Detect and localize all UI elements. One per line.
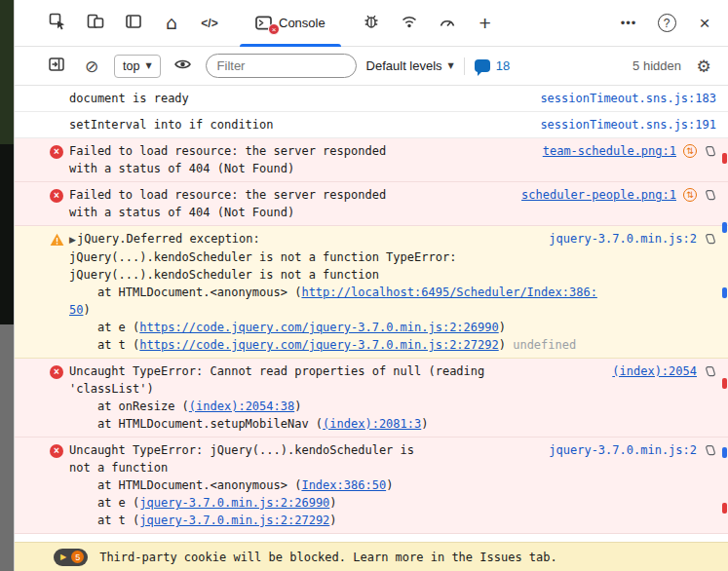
message-text: 'classList') <box>69 382 154 396</box>
message-text: at HTMLDocument.setupMobileNav ( <box>69 417 323 431</box>
stack-trace-link[interactable]: https://code.jquery.com/jquery-3.7.0.min… <box>139 338 498 352</box>
repeat-count: 5 <box>71 551 84 563</box>
stack-trace-link[interactable]: 50 <box>69 303 83 317</box>
clear-console-button[interactable]: ⊘ <box>79 54 104 79</box>
console-message-error: ×Failed to load resource: the server res… <box>15 138 728 182</box>
more-options-button[interactable]: ••• <box>615 10 642 37</box>
scrollbar-marker <box>722 222 727 233</box>
console-settings-button[interactable]: ⚙ <box>691 54 716 79</box>
console-sidebar-toggle[interactable] <box>44 54 69 79</box>
source-location-link[interactable]: sessionTimeout.sns.js:191 <box>540 116 716 133</box>
ellipsis-icon: ••• <box>621 16 637 30</box>
stack-trace-link[interactable]: jquery-3.7.0.min.js:2:26990 <box>139 496 329 510</box>
devtools-top-toolbar: ⌂ </> × Console <box>15 0 728 47</box>
message-line: with a status of 404 (Not Found) <box>69 160 716 177</box>
console-messages-list: document is readysessionTimeout.sns.js:1… <box>15 86 728 542</box>
scrollbar-marker-track[interactable] <box>722 0 727 571</box>
performance-tool-button[interactable] <box>434 10 461 37</box>
message-line: 50) <box>69 301 716 319</box>
panel-layout-icon <box>125 13 142 33</box>
console-message-log: setInterval into if conditionsessionTime… <box>15 112 728 138</box>
toolbar-divider <box>464 57 465 75</box>
message-text: at e ( <box>69 496 139 510</box>
javascript-context-selector[interactable]: top ▼ <box>114 55 161 78</box>
copilot-explain-icon[interactable] <box>704 444 716 457</box>
stack-trace-link[interactable]: (index):2081:3 <box>323 417 421 431</box>
muted-text: undefined <box>513 338 576 352</box>
repeated-message-badge[interactable]: ▶ 5 <box>54 549 88 566</box>
stack-trace-link[interactable]: http://localhost:6495/Scheduler/Index:38… <box>301 286 596 299</box>
elements-tab[interactable]: </> <box>196 10 223 37</box>
cookie-warning-text: Third-party cookie will be blocked. Lear… <box>99 551 557 564</box>
console-icon: × <box>255 16 272 30</box>
home-icon: ⌂ <box>166 14 177 32</box>
log-levels-label: Default levels <box>366 58 442 73</box>
message-text: Uncaught TypeError: jQuery(...).kendoSch… <box>69 443 414 457</box>
network-tool-button[interactable] <box>396 10 423 37</box>
message-text: at t ( <box>69 514 139 527</box>
console-message-error: ×Failed to load resource: the server res… <box>15 182 728 226</box>
copilot-explain-icon[interactable] <box>704 145 716 158</box>
message-text: not a function <box>69 461 168 475</box>
message-text: with a status of 404 (Not Found) <box>69 206 294 219</box>
message-text: ) <box>329 514 336 527</box>
more-tools-button[interactable]: + <box>472 10 499 37</box>
message-text: jQuery.Deferred exception: <box>77 232 260 246</box>
source-location-link[interactable]: jquery-3.7.0.min.js:2 <box>549 230 697 247</box>
source-location-link[interactable]: team-schedule.png:1 <box>543 142 676 160</box>
console-info-bar: ▶ 5 Third-party cookie will be blocked. … <box>15 542 728 571</box>
warning-icon <box>50 233 64 251</box>
stack-trace-link[interactable]: (index):2054:38 <box>189 400 294 413</box>
device-emulation-icon <box>87 13 104 33</box>
message-text: at onResize ( <box>69 400 189 413</box>
inspect-element-button[interactable] <box>44 10 71 37</box>
welcome-tab[interactable]: ⌂ <box>158 10 185 37</box>
message-text: jQuery(...).kendoScheduler is not a func… <box>69 250 456 264</box>
message-text: Failed to load resource: the server resp… <box>69 188 386 202</box>
plus-icon: + <box>479 12 491 35</box>
message-line: at t (https://code.jquery.com/jquery-3.7… <box>69 336 716 354</box>
scrollbar-marker <box>722 153 727 164</box>
live-expression-button[interactable] <box>171 54 196 79</box>
log-levels-dropdown[interactable]: Default levels ▼ <box>366 58 454 73</box>
copilot-explain-icon[interactable] <box>704 233 716 246</box>
console-tab[interactable]: × Console <box>234 0 347 47</box>
source-location-link[interactable]: scheduler-people.png:1 <box>521 186 676 204</box>
message-text: document is ready <box>69 92 189 105</box>
debug-tool-button[interactable] <box>358 10 385 37</box>
clear-console-icon: ⊘ <box>85 57 98 76</box>
message-text: Failed to load resource: the server resp… <box>69 144 386 158</box>
message-line: jQuery(...).kendoScheduler is not a func… <box>69 266 716 284</box>
copilot-explain-icon[interactable] <box>704 189 716 202</box>
console-sidebar-icon <box>48 56 65 76</box>
stack-trace-link[interactable]: Index:386:50 <box>301 478 386 492</box>
help-button[interactable]: ? <box>653 10 680 37</box>
message-text: ) <box>499 321 506 334</box>
request-initiator-icon[interactable]: ⇅ <box>683 188 697 202</box>
message-line: at t (jquery-3.7.0.min.js:2:27292) <box>69 512 716 529</box>
stack-trace-link[interactable]: jquery-3.7.0.min.js:2:27292 <box>139 514 329 527</box>
copilot-explain-icon[interactable] <box>704 365 716 378</box>
request-initiator-icon[interactable]: ⇅ <box>683 144 697 158</box>
message-line: jQuery(...).kendoScheduler is not a func… <box>69 248 716 266</box>
source-location-link[interactable]: (index):2054 <box>612 362 697 380</box>
issues-counter[interactable]: 18 <box>475 58 510 73</box>
stack-trace-link[interactable]: https://code.jquery.com/jquery-3.7.0.min… <box>139 321 498 334</box>
bug-icon <box>363 13 380 33</box>
console-tab-label: Console <box>279 16 326 30</box>
error-icon: × <box>50 189 63 203</box>
scrollbar-marker <box>722 503 727 514</box>
page-fragment <box>0 324 14 571</box>
source-location-link[interactable]: sessionTimeout.sns.js:183 <box>540 90 716 107</box>
expand-arrow-icon[interactable]: ▶ <box>69 235 77 245</box>
close-devtools-button[interactable]: × <box>691 10 718 37</box>
console-filter-input[interactable] <box>206 54 357 78</box>
source-location-link[interactable]: jquery-3.7.0.min.js:2 <box>549 441 697 459</box>
message-line: not a function <box>69 459 716 476</box>
error-icon: × <box>50 145 63 159</box>
scrollbar-marker <box>722 378 727 389</box>
message-text: at HTMLDocument.<anonymous> ( <box>69 286 301 299</box>
page-fragment <box>0 144 14 324</box>
dock-layout-button[interactable] <box>120 10 147 37</box>
device-emulation-button[interactable] <box>82 10 109 37</box>
